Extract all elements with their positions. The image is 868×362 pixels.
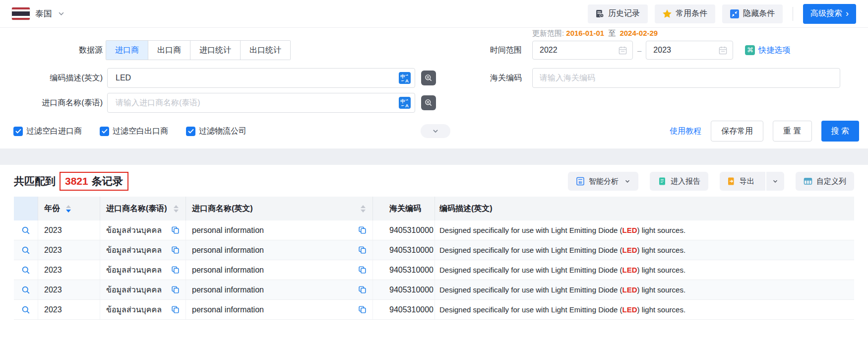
row-hs-code: 9405310000: [389, 226, 434, 235]
filters-row: 过滤空白进口商 过滤空白出口商 过滤物流公司 使用教程 保存常用 重 置: [0, 124, 868, 139]
copy-button[interactable]: [358, 226, 367, 234]
date-from-field[interactable]: [532, 41, 633, 60]
search-button[interactable]: 搜 索: [821, 121, 859, 142]
row-importer-en-cell: personal information: [186, 220, 373, 240]
row-year-cell: 2023: [38, 220, 100, 240]
header-importer-en-label: 进口商名称(英文): [192, 204, 253, 214]
sort-year-control[interactable]: [66, 205, 71, 213]
update-range-to: 2024-02-29: [620, 29, 658, 37]
quick-options-label: 快捷选项: [758, 45, 790, 56]
favorites-button[interactable]: 常用条件: [655, 4, 715, 23]
calendar-icon[interactable]: [718, 46, 728, 55]
tab-importers[interactable]: 进口商: [106, 41, 148, 60]
view-detail-button[interactable]: [21, 266, 30, 275]
exact-match-toggle[interactable]: [421, 71, 436, 85]
smart-analysis-button[interactable]: BI 智能分析: [568, 172, 638, 191]
svg-text:BI: BI: [579, 181, 582, 184]
view-detail-button[interactable]: [21, 246, 30, 255]
favorites-label: 常用条件: [676, 8, 707, 19]
sort-importer-th-control[interactable]: [174, 205, 179, 213]
export-button[interactable]: 导出: [720, 172, 761, 191]
analysis-icon: BI: [576, 177, 585, 186]
export-button-group: 导出: [720, 172, 784, 191]
export-label: 导出: [740, 177, 754, 186]
chevron-down-icon: [432, 128, 439, 135]
copy-button[interactable]: [171, 305, 180, 314]
country-name: 泰国: [35, 8, 52, 19]
advanced-search-button[interactable]: 高级搜索 ›: [803, 4, 856, 24]
custom-columns-label: 自定义列: [816, 177, 846, 186]
tab-exporters[interactable]: 出口商: [148, 41, 190, 60]
copy-icon: [171, 266, 180, 274]
row-importer-th-cell: ข้อมูลส่วนบุคคล: [100, 240, 186, 260]
reset-button[interactable]: 重 置: [773, 121, 811, 142]
sort-importer-en-control[interactable]: [361, 205, 366, 213]
hide-conditions-icon: [730, 9, 739, 18]
translate-icon[interactable]: 中 A: [399, 72, 411, 84]
view-detail-button[interactable]: [21, 286, 30, 294]
importer-field[interactable]: 中 A: [107, 93, 415, 113]
copy-button[interactable]: [171, 246, 180, 254]
country-selector[interactable]: 泰国: [12, 7, 65, 20]
match-summary: 共匹配到 3821 条记录: [14, 172, 128, 191]
importer-input[interactable]: [115, 98, 399, 108]
tab-import-stats[interactable]: 进口统计: [190, 41, 241, 60]
row-description: Designed specifically for use with Light…: [439, 226, 685, 234]
exact-match-toggle[interactable]: [421, 95, 436, 110]
row-name-en: personal information: [192, 246, 264, 255]
desc-after: ) light sources.: [637, 266, 686, 274]
copy-button[interactable]: [171, 226, 180, 234]
quick-options-button[interactable]: ⌘ 快捷选项: [745, 45, 790, 56]
desc-before: Designed specifically for use with Light…: [439, 286, 622, 294]
enter-report-button[interactable]: 进入报告: [650, 172, 708, 191]
header-year: 年份: [38, 197, 100, 220]
header-select-column: [14, 197, 38, 220]
date-from-input[interactable]: [539, 45, 618, 55]
update-range: 更新范围: 2016-01-01 至 2024-02-29: [532, 29, 658, 38]
row-year-cell: 2023: [38, 260, 100, 280]
row-hs-code: 9405310000: [389, 286, 434, 294]
tutorial-link[interactable]: 使用教程: [670, 126, 701, 137]
date-separator: –: [637, 46, 641, 55]
row-hs-code: 9405310000: [389, 266, 434, 275]
results-header: 共匹配到 3821 条记录 BI 智能分析: [14, 172, 854, 191]
code-desc-field[interactable]: 中 A: [107, 68, 415, 88]
date-to-input[interactable]: [652, 45, 718, 55]
svg-text:A: A: [405, 78, 409, 83]
table-row: 2023 ข้อมูลส่วนบุคคล personal informatio…: [14, 280, 854, 300]
copy-button[interactable]: [171, 286, 180, 294]
copy-button[interactable]: [358, 246, 367, 254]
desc-after: ) light sources.: [637, 246, 686, 254]
hide-conditions-button[interactable]: 隐藏条件: [722, 4, 783, 23]
row-name-en: personal information: [192, 286, 264, 294]
desc-before: Designed specifically for use with Light…: [439, 226, 622, 234]
table-row: 2023 ข้อมูลส่วนบุคคล personal informatio…: [14, 220, 854, 240]
copy-button[interactable]: [358, 305, 367, 314]
view-detail-button[interactable]: [21, 226, 30, 235]
header-code-desc: 编码描述(英文): [435, 197, 854, 220]
filter-blank-importers-checkbox[interactable]: 过滤空白进口商: [13, 126, 82, 137]
magnifier-icon: [21, 305, 30, 314]
row-hs-code-cell: 9405310000: [373, 240, 435, 260]
copy-button[interactable]: [171, 266, 180, 274]
history-button[interactable]: 历史记录: [588, 4, 648, 23]
row-importer-en-cell: personal information: [186, 300, 373, 319]
view-detail-button[interactable]: [21, 305, 30, 314]
desc-keyword: LED: [622, 246, 637, 254]
row-importer-th-cell: ข้อมูลส่วนบุคคล: [100, 280, 186, 299]
custom-columns-button[interactable]: 自定义列: [796, 172, 854, 191]
code-desc-input[interactable]: [115, 73, 399, 83]
row-name-th: ข้อมูลส่วนบุคคล: [106, 264, 162, 276]
tab-export-stats[interactable]: 出口统计: [241, 41, 290, 60]
copy-button[interactable]: [358, 266, 367, 274]
collapse-form-button[interactable]: [421, 124, 450, 138]
date-to-field[interactable]: [646, 41, 733, 60]
hs-code-input[interactable]: [532, 68, 840, 88]
save-favorite-button[interactable]: 保存常用: [711, 121, 763, 142]
filter-blank-exporters-checkbox[interactable]: 过滤空白出口商: [100, 126, 168, 137]
calendar-icon[interactable]: [618, 46, 627, 55]
export-more-button[interactable]: [765, 172, 784, 191]
filter-logistics-checkbox[interactable]: 过滤物流公司: [186, 126, 247, 137]
copy-button[interactable]: [358, 286, 367, 294]
translate-icon[interactable]: 中 A: [399, 97, 411, 109]
